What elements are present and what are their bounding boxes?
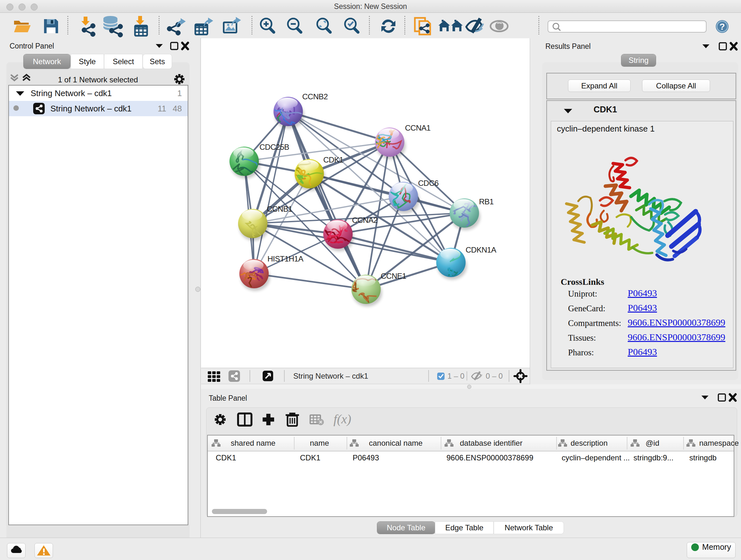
svg-text:0 – 0: 0 – 0: [486, 372, 502, 380]
svg-text:CCNA1: CCNA1: [405, 124, 430, 132]
svg-text:CCNE1: CCNE1: [381, 272, 406, 280]
svg-text:RB1: RB1: [479, 197, 494, 206]
svg-text:CDKN1A: CDKN1A: [466, 246, 496, 254]
svg-text:1 – 0: 1 – 0: [448, 372, 464, 380]
svg-text:CCNB1: CCNB1: [267, 205, 292, 213]
svg-text:f(x): f(x): [333, 412, 351, 426]
svg-text:CCNA2: CCNA2: [352, 216, 378, 225]
svg-text:?: ?: [719, 22, 725, 32]
svg-text:CDC6: CDC6: [418, 179, 439, 187]
svg-text:HIST1H1A: HIST1H1A: [267, 254, 304, 263]
svg-text:CCNB2: CCNB2: [302, 92, 328, 101]
svg-text:String Network – cdk1: String Network – cdk1: [293, 372, 368, 380]
svg-text:CDK1: CDK1: [323, 155, 343, 164]
svg-text:CDC25B: CDC25B: [259, 143, 289, 151]
